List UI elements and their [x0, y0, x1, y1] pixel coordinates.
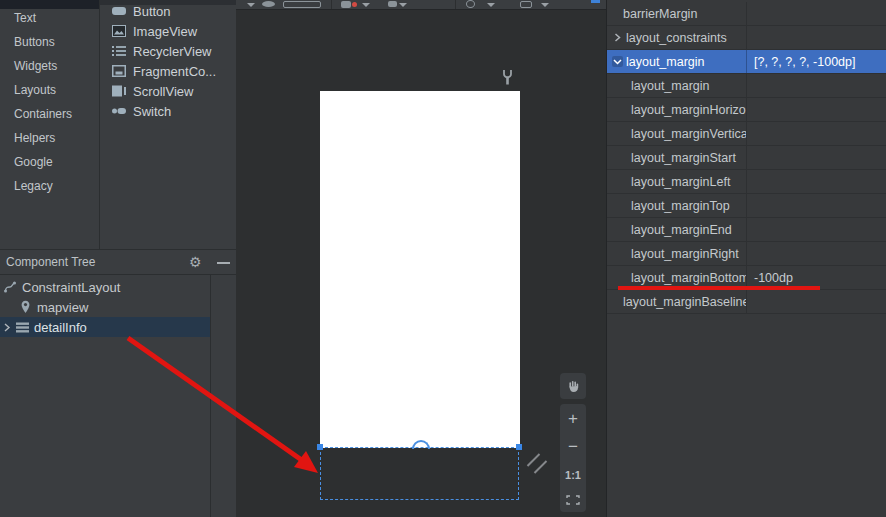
attr-row-layout-marginstart[interactable]: layout_marginStart [607, 146, 886, 170]
palette-item-label: RecyclerView [133, 44, 212, 59]
attr-label: layout_marginRight [607, 242, 746, 265]
attr-label: layout_margin [607, 74, 746, 97]
hide-panel-icon[interactable] [217, 262, 230, 264]
recyclerview-icon [112, 45, 126, 57]
attr-row-layout-marginhorizontal[interactable]: layout_marginHorizon... [607, 98, 886, 122]
attr-value[interactable] [746, 242, 886, 265]
tree-item-constraintlayout[interactable]: ConstraintLayout [0, 277, 210, 297]
attr-value[interactable] [746, 194, 886, 217]
wrench-icon[interactable] [502, 70, 513, 85]
attr-label: layout_marginVertical [607, 122, 746, 145]
attr-label: layout_marginBaseline [607, 290, 746, 313]
toolbar-icon-fragment[interactable] [247, 3, 255, 7]
chevron-down-icon[interactable] [612, 56, 623, 67]
chevron-right-icon[interactable] [3, 323, 11, 332]
fragment-container-icon [112, 65, 126, 77]
zoom-out-button[interactable]: − [568, 439, 578, 455]
attr-label: layout_marginLeft [607, 170, 746, 193]
attr-label: layout_marginEnd [607, 218, 746, 241]
attr-row-layout-margin[interactable]: layout_margin [607, 74, 886, 98]
component-tree-edge [210, 275, 211, 517]
toolbar-icon-fragment[interactable] [466, 0, 475, 8]
tree-item-detailinfo[interactable]: detailInfo [0, 317, 210, 337]
device-screen[interactable] [320, 91, 520, 448]
toolbar-divider [331, 0, 332, 9]
palette-item-scrollview[interactable]: ScrollView [100, 81, 236, 101]
palette-panel: Text Buttons Widgets Layouts Containers … [0, 0, 236, 517]
chevron-right-icon[interactable] [612, 32, 623, 43]
palette-category-text[interactable]: Text [0, 6, 99, 30]
palette-category-google[interactable]: Google [0, 150, 99, 174]
toolbar-icon-fragment[interactable] [362, 3, 370, 7]
attr-row-layout-marginbaseline[interactable]: layout_marginBaseline [607, 290, 886, 314]
palette-item-imageview[interactable]: ImageView [100, 21, 236, 41]
attr-value[interactable]: [?, ?, ?, ?, -100dp] [746, 50, 886, 73]
list-rows-icon [16, 321, 29, 334]
attr-value[interactable] [746, 98, 886, 121]
palette-category-legacy[interactable]: Legacy [0, 174, 99, 198]
tree-item-mapview[interactable]: mapview [0, 297, 210, 317]
attr-value[interactable] [746, 290, 886, 313]
palette-item-label: ImageView [133, 24, 197, 39]
attr-row-layout-marginend[interactable]: layout_marginEnd [607, 218, 886, 242]
palette-category-containers[interactable]: Containers [0, 102, 99, 126]
attr-label: layout_marginTop [607, 194, 746, 217]
toolbar-icon-fragment[interactable] [541, 3, 549, 7]
palette-category-buttons[interactable]: Buttons [0, 30, 99, 54]
palette-item-button[interactable]: Button [100, 1, 236, 21]
zoom-in-button[interactable]: + [568, 411, 578, 427]
attr-value[interactable] [746, 122, 886, 145]
attr-value[interactable] [746, 26, 886, 49]
resize-corner-line[interactable] [527, 453, 540, 466]
tree-item-label: detailInfo [34, 320, 87, 335]
toolbar-icon-fragment[interactable] [591, 0, 600, 3]
zoom-actual-size-button[interactable]: 1:1 [565, 467, 581, 483]
attributes-panel: barrierMargin layout_constraints layout_… [606, 0, 886, 517]
attr-row-layout-margintop[interactable]: layout_marginTop [607, 194, 886, 218]
toolbar-icon-fragment[interactable] [341, 1, 351, 8]
design-canvas: + − 1:1 [236, 0, 606, 517]
toolbar-icon-fragment[interactable] [520, 1, 532, 8]
toolbar-icon-fragment[interactable] [262, 1, 275, 7]
palette-item-label: Switch [133, 104, 171, 119]
palette-item-recyclerview[interactable]: RecyclerView [100, 41, 236, 61]
palette-item-label: Button [133, 4, 171, 19]
attr-row-layout-constraints[interactable]: layout_constraints [607, 26, 886, 50]
attr-label: layout_marginStart [607, 146, 746, 169]
attr-row-layout-marginvertical[interactable]: layout_marginVertical [607, 122, 886, 146]
toolbar-icon-fragment[interactable] [388, 1, 397, 7]
selection-handle-top-left[interactable] [317, 444, 323, 450]
attr-value[interactable] [746, 2, 886, 25]
palette-category-layouts[interactable]: Layouts [0, 78, 99, 102]
attr-value[interactable] [746, 74, 886, 97]
attr-row-barriermargin[interactable]: barrierMargin [607, 2, 886, 26]
component-tree-header: Component Tree ⚙ [0, 249, 236, 275]
tree-item-label: ConstraintLayout [22, 280, 120, 295]
pan-button[interactable] [560, 373, 586, 399]
palette-item-switch[interactable]: Switch [100, 101, 236, 121]
attr-label: layout_margin [626, 55, 705, 69]
attr-row-layout-marginleft[interactable]: layout_marginLeft [607, 170, 886, 194]
palette-category-helpers[interactable]: Helpers [0, 126, 99, 150]
toolbar-icon-fragment[interactable] [283, 1, 321, 8]
toolbar-icon-fragment[interactable] [352, 2, 357, 7]
attr-row-layout-margin-group[interactable]: layout_margin [?, ?, ?, ?, -100dp] [607, 50, 886, 74]
toolbar-icon-fragment[interactable] [487, 3, 495, 7]
attr-value[interactable] [746, 170, 886, 193]
tree-item-label: mapview [37, 300, 88, 315]
gear-icon[interactable]: ⚙ [189, 254, 202, 270]
fit-screen-icon[interactable] [566, 495, 580, 505]
palette-item-fragmentcontainer[interactable]: FragmentCo... [100, 61, 236, 81]
attr-value[interactable] [746, 146, 886, 169]
palette-category-widgets[interactable]: Widgets [0, 54, 99, 78]
attr-value[interactable] [746, 218, 886, 241]
selected-view-detailinfo-bounds[interactable] [320, 447, 519, 500]
attr-row-layout-marginright[interactable]: layout_marginRight [607, 242, 886, 266]
toolbar-divider [455, 0, 456, 9]
selection-handle-top-right[interactable] [516, 444, 522, 450]
design-toolbar [236, 0, 606, 10]
resize-corner-line[interactable] [534, 460, 547, 473]
constraint-layout-icon [3, 280, 17, 294]
toolbar-icon-fragment[interactable] [399, 3, 407, 7]
component-tree-title: Component Tree [0, 255, 95, 269]
